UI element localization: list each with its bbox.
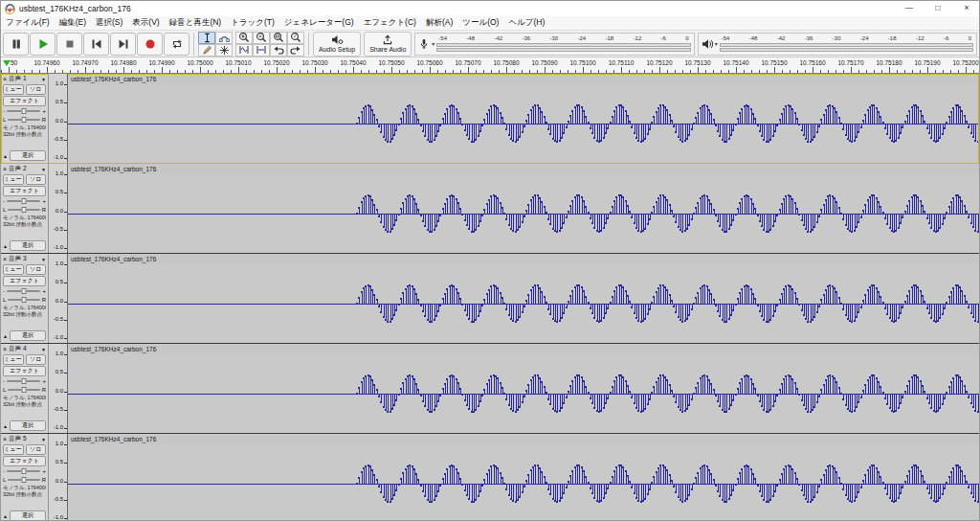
mute-button[interactable]: ミュート — [3, 354, 24, 365]
menu-item[interactable]: エフェクト(C) — [359, 17, 421, 29]
menu-item[interactable]: 録音と再生(N) — [165, 17, 227, 29]
recording-meter[interactable]: ▾ -54-48-42-36-30-24-18-12-60 — [414, 33, 694, 56]
gain-slider[interactable]: - + — [3, 377, 46, 385]
track-menu-dropdown-icon[interactable]: ▼ — [41, 77, 46, 82]
draw-tool-button[interactable] — [198, 44, 215, 57]
gain-slider[interactable]: - + — [3, 287, 46, 295]
collapse-button[interactable]: ▲ — [3, 243, 8, 249]
solo-button[interactable]: ソロ — [26, 264, 47, 275]
solo-button[interactable]: ソロ — [26, 354, 47, 365]
gain-slider[interactable]: - + — [3, 467, 46, 475]
solo-button[interactable]: ソロ — [26, 84, 47, 95]
track-close-button[interactable]: × — [3, 256, 7, 263]
track-menu-dropdown-icon[interactable]: ▼ — [41, 347, 46, 352]
timeline-ruler[interactable]: 50 10.7496010.7497010.7498010.7499010.75… — [1, 57, 979, 74]
gain-slider-thumb[interactable] — [21, 108, 26, 114]
menu-item[interactable]: 編集(E) — [55, 17, 91, 29]
track-name[interactable]: 音声 5 — [9, 435, 39, 443]
track-close-button[interactable]: × — [3, 76, 7, 83]
gain-slider[interactable]: - + — [3, 107, 46, 115]
silence-audio-button[interactable] — [253, 44, 270, 57]
effects-button[interactable]: エフェクト — [3, 366, 46, 376]
gain-slider-thumb[interactable] — [21, 468, 26, 474]
record-button[interactable] — [137, 33, 163, 56]
mute-button[interactable]: ミュート — [3, 174, 24, 185]
play-button[interactable] — [30, 33, 56, 56]
pan-slider-thumb[interactable] — [22, 207, 27, 213]
pan-slider-thumb[interactable] — [22, 477, 27, 483]
gain-slider-thumb[interactable] — [21, 198, 26, 204]
effects-button[interactable]: エフェクト — [3, 276, 46, 286]
track-menu-dropdown-icon[interactable]: ▼ — [41, 167, 46, 172]
clip-header[interactable]: usbtest_176KHz4_carbon_176 — [68, 74, 979, 84]
effects-button[interactable]: エフェクト — [3, 456, 46, 466]
pan-slider[interactable]: L R — [3, 116, 46, 124]
menu-item[interactable]: 選択(S) — [91, 17, 127, 29]
pause-button[interactable] — [3, 33, 29, 56]
vertical-scale-ruler[interactable]: 1.00.50.0-0.5-1.0 — [49, 254, 68, 343]
waveform-area[interactable]: usbtest_176KHz4_carbon_176 — [68, 344, 979, 433]
track-close-button[interactable]: × — [3, 346, 7, 353]
solo-button[interactable]: ソロ — [26, 444, 47, 455]
clip-header[interactable]: usbtest_176KHz4_carbon_176 — [68, 434, 979, 444]
mute-button[interactable]: ミュート — [3, 84, 24, 95]
track-menu-dropdown-icon[interactable]: ▼ — [41, 257, 46, 262]
gain-slider-thumb[interactable] — [21, 288, 26, 294]
selection-tool-button[interactable] — [198, 32, 215, 44]
menu-item[interactable]: ツール(O) — [457, 17, 503, 29]
envelope-tool-button[interactable] — [215, 32, 233, 44]
zoom-toggle-button[interactable] — [287, 32, 304, 44]
gain-slider-thumb[interactable] — [21, 378, 26, 384]
pan-slider[interactable]: L R — [3, 206, 46, 214]
vertical-scale-ruler[interactable]: 1.00.50.0-0.5-1.0 — [49, 74, 68, 163]
track-close-button[interactable]: × — [3, 166, 7, 173]
pan-slider-thumb[interactable] — [22, 387, 27, 393]
menu-item[interactable]: ジェネレーター(G) — [279, 17, 359, 29]
collapse-button[interactable]: ▲ — [3, 513, 8, 519]
loop-button[interactable] — [164, 33, 189, 56]
menu-item[interactable]: ヘルプ(H) — [503, 17, 549, 29]
waveform-canvas[interactable] — [68, 444, 979, 520]
track-name[interactable]: 音声 3 — [9, 255, 39, 263]
clip-header[interactable]: usbtest_176KHz4_carbon_176 — [68, 164, 979, 174]
track-name[interactable]: 音声 1 — [9, 75, 39, 83]
menu-item[interactable]: 表示(V) — [127, 17, 164, 29]
zoom-out-button[interactable] — [253, 32, 270, 44]
collapse-button[interactable]: ▲ — [3, 423, 8, 429]
waveform-area[interactable]: usbtest_176KHz4_carbon_176 — [68, 434, 979, 520]
zoom-selection-button[interactable] — [270, 32, 287, 44]
select-button[interactable]: 選択 — [10, 240, 46, 251]
skip-end-button[interactable] — [110, 33, 136, 56]
audio-setup-button[interactable]: Audio Setup — [313, 32, 361, 57]
pan-slider-thumb[interactable] — [22, 297, 27, 303]
vertical-scale-ruler[interactable]: 1.00.50.0-0.5-1.0 — [49, 344, 68, 433]
clip-header[interactable]: usbtest_176KHz4_carbon_176 — [68, 254, 979, 264]
waveform-canvas[interactable] — [68, 354, 979, 433]
gain-slider[interactable]: - + — [3, 197, 46, 205]
menu-item[interactable]: トラック(T) — [226, 17, 279, 29]
effects-button[interactable]: エフェクト — [3, 96, 46, 106]
trim-audio-button[interactable] — [235, 44, 253, 57]
pan-slider-thumb[interactable] — [22, 117, 27, 123]
pan-slider[interactable]: L R — [3, 476, 46, 484]
waveform-canvas[interactable] — [68, 84, 979, 163]
select-button[interactable]: 選択 — [10, 330, 46, 341]
maximize-button[interactable]: □ — [925, 1, 950, 16]
mute-button[interactable]: ミュート — [3, 444, 24, 455]
zoom-in-button[interactable] — [235, 32, 253, 44]
close-button[interactable]: × — [954, 1, 979, 16]
waveform-area[interactable]: usbtest_176KHz4_carbon_176 — [68, 164, 979, 253]
track-menu-dropdown-icon[interactable]: ▼ — [41, 437, 46, 442]
clip-header[interactable]: usbtest_176KHz4_carbon_176 — [68, 344, 979, 354]
menu-item[interactable]: 解析(A) — [421, 17, 457, 29]
waveform-area[interactable]: usbtest_176KHz4_carbon_176 — [68, 74, 979, 163]
skip-start-button[interactable] — [83, 33, 109, 56]
minimize-button[interactable]: — — [897, 1, 922, 16]
undo-button[interactable] — [270, 44, 287, 57]
waveform-canvas[interactable] — [68, 174, 979, 253]
effects-button[interactable]: エフェクト — [3, 186, 46, 196]
track-close-button[interactable]: × — [3, 436, 7, 443]
stop-button[interactable] — [56, 33, 82, 56]
playhead-marker[interactable] — [3, 60, 11, 66]
solo-button[interactable]: ソロ — [26, 174, 47, 185]
